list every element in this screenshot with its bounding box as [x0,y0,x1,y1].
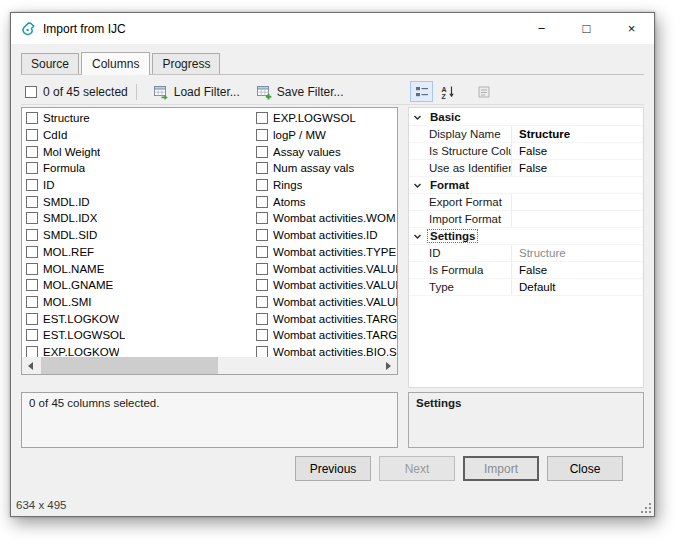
property-row[interactable]: ID Structure [409,245,643,262]
property-pages-icon [477,85,491,99]
checkbox[interactable] [26,146,38,158]
property-row[interactable]: Import Format [409,211,643,228]
column-list-item[interactable]: Wombat activities.VALUI [252,260,397,277]
column-list-item[interactable]: Wombat activities.TARG [252,327,397,344]
resize-grip[interactable] [640,502,653,515]
column-list-item[interactable]: Wombat activities.ID [252,227,397,244]
maximize-button[interactable]: □ [564,13,609,44]
checkbox[interactable] [26,112,38,124]
column-list-item[interactable]: Rings [252,177,397,194]
select-all-checkbox[interactable] [25,86,37,98]
save-filter-label: Save Filter... [277,85,344,99]
column-list-item[interactable]: Mol Weight [22,143,252,160]
titlebar[interactable]: Import from IJC − □ × [11,13,654,44]
horizontal-scrollbar[interactable] [22,357,397,374]
scrollbar-thumb[interactable] [41,357,218,374]
property-row[interactable]: Is Formula False [409,262,643,279]
categorized-view-button[interactable] [410,81,433,102]
column-list-item[interactable]: Wombat activities.VALUI [252,277,397,294]
property-row[interactable]: Display Name Structure [409,126,643,143]
checkbox[interactable] [256,112,268,124]
checkbox[interactable] [256,279,268,291]
property-description-title: Settings [416,397,461,409]
column-list-item[interactable]: Atoms [252,193,397,210]
property-category-row[interactable]: Format [409,177,643,194]
column-list-item[interactable]: MOL.NAME [22,260,252,277]
checkbox[interactable] [256,346,268,357]
checkbox[interactable] [26,346,38,357]
checkbox[interactable] [26,329,38,341]
checkbox[interactable] [26,279,38,291]
checkbox[interactable] [26,212,38,224]
checkbox[interactable] [26,179,38,191]
checkbox[interactable] [256,246,268,258]
column-list-item[interactable]: MOL.SMI [22,294,252,311]
column-list-item[interactable]: Wombat activities.BIO.S [252,344,397,357]
checkbox[interactable] [26,246,38,258]
column-list-item[interactable]: Wombat activities.VALUI [252,294,397,311]
scrollbar-track[interactable] [39,357,380,374]
property-category-row[interactable]: Basic [409,109,643,126]
column-list-item[interactable]: EXP.LOGKOW [22,344,252,357]
column-list-item[interactable]: EST.LOGWSOL [22,327,252,344]
column-list-item[interactable]: Wombat activities.TARG [252,310,397,327]
column-list-item[interactable]: EXP.LOGWSOL [252,110,397,127]
column-list-item[interactable]: SMDL.SID [22,227,252,244]
checkbox[interactable] [256,329,268,341]
close-button[interactable]: Close [547,456,623,481]
column-list-item[interactable]: logP / MW [252,127,397,144]
svg-text:A: A [441,85,446,92]
property-category-row[interactable]: Settings [409,228,643,245]
selection-summary: 0 of 45 selected [43,85,128,99]
column-list-item[interactable]: Wombat activities.TYPE [252,244,397,261]
property-row[interactable]: Type Default [409,279,643,296]
load-filter-button[interactable]: Load Filter... [145,81,248,103]
scroll-right-button[interactable] [380,357,397,374]
checkbox[interactable] [256,229,268,241]
checkbox[interactable] [26,229,38,241]
window-close-button[interactable]: × [609,13,654,44]
column-list-item[interactable]: Num assay vals [252,160,397,177]
checkbox[interactable] [26,196,38,208]
checkbox[interactable] [26,296,38,308]
checkbox[interactable] [256,313,268,325]
scroll-left-button[interactable] [22,357,39,374]
chevron-down-icon [413,113,422,122]
checkbox[interactable] [26,162,38,174]
property-row[interactable]: Export Format [409,194,643,211]
property-row[interactable]: Use as Identifier False [409,160,643,177]
column-list-item[interactable]: CdId [22,127,252,144]
checkbox[interactable] [256,146,268,158]
checkbox[interactable] [256,212,268,224]
tab-progress[interactable]: Progress [152,53,220,74]
category-label: Basic [428,111,463,123]
checkbox[interactable] [256,296,268,308]
tab-source[interactable]: Source [21,53,79,74]
minimize-button[interactable]: − [519,13,564,44]
column-list-item[interactable]: MOL.GNAME [22,277,252,294]
checkbox[interactable] [256,263,268,275]
checkbox[interactable] [26,263,38,275]
checkbox[interactable] [256,129,268,141]
column-list-item[interactable]: SMDL.IDX [22,210,252,227]
column-list-item[interactable]: MOL.REF [22,244,252,261]
alphabetical-sort-button[interactable]: A Z [436,81,459,102]
category-label: Format [428,179,471,191]
save-filter-button[interactable]: Save Filter... [248,81,352,103]
checkbox[interactable] [256,196,268,208]
checkbox[interactable] [26,129,38,141]
column-list-item[interactable]: Formula [22,160,252,177]
column-list-item[interactable]: EST.LOGKOW [22,310,252,327]
column-list-item[interactable]: Wombat activities.WOM [252,210,397,227]
column-list-item[interactable]: Assay values [252,143,397,160]
checkbox[interactable] [256,179,268,191]
import-button: Import [463,456,539,481]
column-list-item[interactable]: SMDL.ID [22,193,252,210]
column-list-item[interactable]: ID [22,177,252,194]
checkbox[interactable] [256,162,268,174]
column-list-item[interactable]: Structure [22,110,252,127]
checkbox[interactable] [26,313,38,325]
tab-columns[interactable]: Columns [81,52,150,75]
previous-button[interactable]: Previous [295,456,371,481]
property-row[interactable]: Is Structure Colu False [409,143,643,160]
